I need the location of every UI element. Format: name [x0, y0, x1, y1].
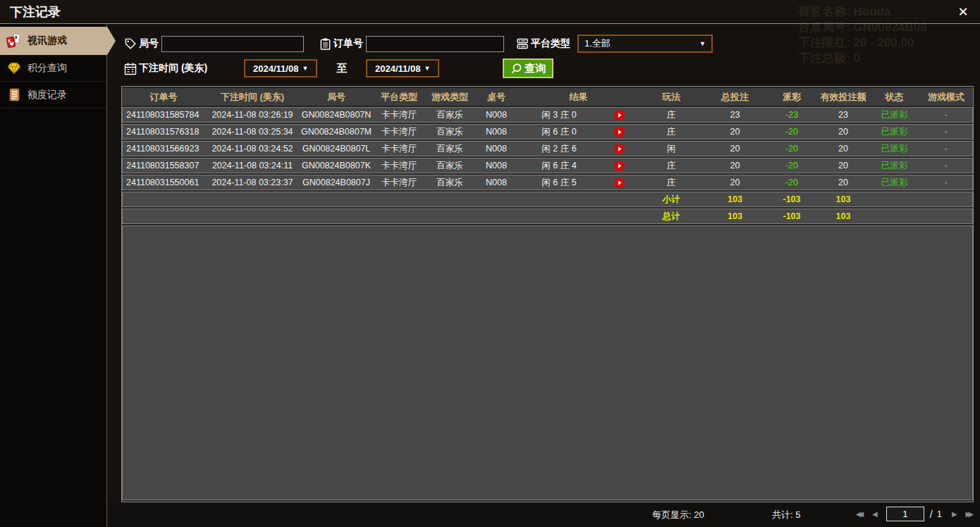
prev-page-icon[interactable]: ◀: [868, 508, 882, 520]
cell-play-type: 庄: [639, 107, 704, 123]
cell-result: 闲 3 庄 0: [518, 107, 639, 123]
cell-status: 已派彩: [869, 158, 919, 173]
date-to-picker[interactable]: 2024/11/08 ▼: [366, 59, 439, 78]
gem-icon: [6, 61, 22, 76]
platform-type-label: 平台类型: [531, 37, 570, 50]
sidebar-item-video-games[interactable]: 9 K 视讯游戏: [0, 27, 116, 55]
col-valid-bet: 有效投注额: [817, 88, 869, 106]
col-payout: 派彩: [766, 88, 817, 106]
search-icon: [510, 63, 522, 75]
sidebar-item-credit-records[interactable]: 额度记录: [0, 82, 106, 108]
grand-total-label: 总计: [639, 209, 704, 224]
cell-valid-bet: 23: [817, 107, 869, 123]
replay-play-icon[interactable]: [600, 110, 639, 120]
cell-platform: 卡卡湾厅: [373, 124, 425, 140]
cell-platform: 卡卡湾厅: [373, 141, 425, 156]
search-button[interactable]: 查询: [503, 58, 553, 78]
tag-icon: [124, 37, 137, 50]
col-status: 状态: [869, 88, 919, 106]
cell-status: 已派彩: [869, 175, 919, 190]
cell-table-no: N008: [474, 107, 518, 123]
replay-play-icon[interactable]: [600, 144, 639, 154]
round-number-label: 局号: [139, 37, 159, 50]
cell-table-no: N008: [474, 175, 518, 190]
pagination-bar: 每页显示: 20 共计: 5 ◀◀ ◀ 1 / 1 ▶ ▶▶: [107, 502, 980, 527]
subtotal-valid-bet: 103: [817, 192, 869, 207]
replay-play-icon[interactable]: [600, 178, 639, 188]
cell-order-no: 241108031566923: [122, 141, 205, 156]
document-icon: [6, 87, 22, 103]
cell-order-no: 241108031585784: [122, 107, 205, 123]
cell-bet-time: 2024-11-08 03:23:37: [205, 175, 300, 190]
cell-total-bet: 23: [704, 107, 766, 123]
date-from-value: 2024/11/08: [253, 63, 298, 74]
cell-bet-time: 2024-11-08 03:24:11: [205, 158, 300, 173]
sidebar-item-label: 积分查询: [27, 62, 67, 75]
first-page-icon[interactable]: ◀◀: [852, 508, 868, 520]
cell-table-no: N008: [474, 124, 518, 140]
cell-status: 已派彩: [869, 124, 919, 140]
cell-total-bet: 20: [704, 175, 766, 190]
cell-play-type: 闲: [639, 141, 704, 156]
cell-round-no: GN00824B0807J: [300, 175, 373, 190]
table-header-row: 订单号 下注时间 (美东) 局号 平台类型 游戏类型 桌号 结果 玩法 总投注 …: [122, 88, 973, 106]
cell-game-mode: -: [919, 141, 973, 156]
subtotal-row: 小计 103 -103 103: [122, 192, 973, 207]
col-play-type: 玩法: [639, 88, 704, 106]
cell-table-no: N008: [474, 158, 518, 173]
cell-game-mode: -: [919, 107, 973, 123]
col-result: 结果: [518, 88, 639, 106]
sidebar-item-points-query[interactable]: 积分查询: [0, 55, 106, 82]
cell-game-mode: -: [919, 175, 973, 190]
subtotal-total-bet: 103: [704, 192, 766, 207]
close-icon[interactable]: ✕: [955, 4, 972, 20]
cell-valid-bet: 20: [817, 124, 869, 140]
platform-type-value: 1.全部: [584, 37, 611, 50]
cell-bet-time: 2024-11-08 03:24:52: [205, 141, 300, 156]
cell-order-no: 241108031558307: [122, 158, 205, 173]
filter-row-1: 局号 订单号 平台类型 1.全部: [107, 35, 980, 53]
subtotal-label: 小计: [639, 192, 704, 207]
cell-game-type: 百家乐: [425, 158, 474, 173]
cell-result: 闲 6 庄 5: [518, 175, 639, 190]
sidebar: 9 K 视讯游戏 积分查询: [0, 24, 107, 527]
page-separator: /: [930, 509, 933, 520]
cell-round-no: GN00824B0807L: [300, 141, 373, 156]
cell-play-type: 庄: [639, 158, 704, 173]
last-page-icon[interactable]: ▶▶: [962, 508, 978, 520]
cell-payout: -20: [766, 175, 817, 190]
chevron-down-icon: ▼: [302, 65, 308, 72]
platform-type-select[interactable]: 1.全部 ▼: [577, 35, 713, 53]
current-page-input[interactable]: 1: [886, 507, 924, 521]
round-number-input[interactable]: [161, 36, 304, 52]
cell-status: 已派彩: [869, 107, 919, 123]
per-page-label: 每页显示: 20: [652, 509, 704, 521]
cell-table-no: N008: [474, 141, 518, 156]
col-order-no: 订单号: [122, 88, 205, 106]
page-title: 下注记录: [0, 4, 61, 20]
total-pages: 1: [937, 509, 942, 519]
date-from-picker[interactable]: 2024/11/08 ▼: [244, 59, 317, 78]
table-row: 241108031566923 2024-11-08 03:24:52 GN00…: [122, 141, 973, 156]
records-table: 订单号 下注时间 (美东) 局号 平台类型 游戏类型 桌号 结果 玩法 总投注 …: [121, 86, 974, 502]
table-row: 241108031585784 2024-11-08 03:26:19 GN00…: [122, 107, 973, 123]
cell-result: 闲 6 庄 0: [518, 124, 639, 140]
col-round-no: 局号: [300, 88, 373, 106]
cell-bet-time: 2024-11-08 03:25:34: [205, 124, 300, 140]
order-number-label: 订单号: [333, 37, 363, 50]
order-number-input[interactable]: [366, 36, 504, 52]
cell-order-no: 241108031576318: [122, 124, 205, 140]
replay-play-icon[interactable]: [600, 127, 639, 137]
cell-result: 闲 2 庄 6: [518, 141, 639, 156]
grand-total-row: 总计 103 -103 103: [122, 209, 973, 224]
next-page-icon[interactable]: ▶: [948, 508, 962, 520]
cell-game-type: 百家乐: [425, 107, 474, 123]
replay-play-icon[interactable]: [600, 161, 639, 171]
col-bet-time: 下注时间 (美东): [205, 88, 300, 106]
cell-total-bet: 20: [704, 141, 766, 156]
filter-row-2: 下注时间 (美东) 2024/11/08 ▼ 至 2024/11/08 ▼ 查询: [107, 58, 980, 78]
date-to-value: 2024/11/08: [375, 63, 420, 74]
cell-game-mode: -: [919, 158, 973, 173]
sidebar-item-label: 视讯游戏: [27, 35, 67, 47]
col-table-no: 桌号: [474, 88, 518, 106]
